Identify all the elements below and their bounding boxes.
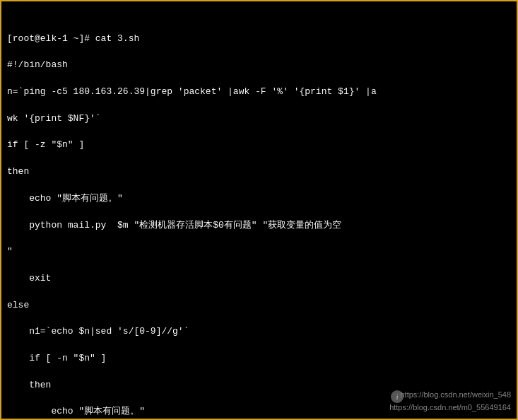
code-line-2: n=`ping -c5 180.163.26.39|grep 'packet' … (7, 86, 511, 99)
code-line-5: then (7, 165, 511, 179)
code-line-7: python mail.py $m "检测机器存活脚本$0有问题" "获取变量的… (7, 219, 511, 233)
watermark-2: https://blog.csdn.net/m0_55649164 (389, 403, 511, 412)
code-line-12: if [ -n "$n" ] (7, 352, 511, 366)
code-line-9: exit (7, 272, 511, 286)
terminal-output: [root@elk-1 ~]# cat 3.sh #!/bin/bash n=`… (7, 6, 511, 420)
code-line-8: " (7, 245, 511, 259)
terminal-window: [root@elk-1 ~]# cat 3.sh #!/bin/bash n=`… (0, 0, 518, 420)
watermark-1: https://blog.csdn.net/weixin_548 (400, 390, 511, 399)
code-line-11: n1=`echo $n|sed 's/[0-9]//g'` (7, 325, 511, 339)
code-line-4: if [ -z "$n" ] (7, 139, 511, 152)
code-line-1: #!/bin/bash (7, 59, 511, 72)
code-line-10: else (7, 299, 511, 313)
code-line-3: wk '{print $NF}'` (7, 112, 511, 126)
code-line-6: echo "脚本有问题。" (7, 192, 511, 206)
command-prompt-line: [root@elk-1 ~]# cat 3.sh (7, 33, 511, 46)
